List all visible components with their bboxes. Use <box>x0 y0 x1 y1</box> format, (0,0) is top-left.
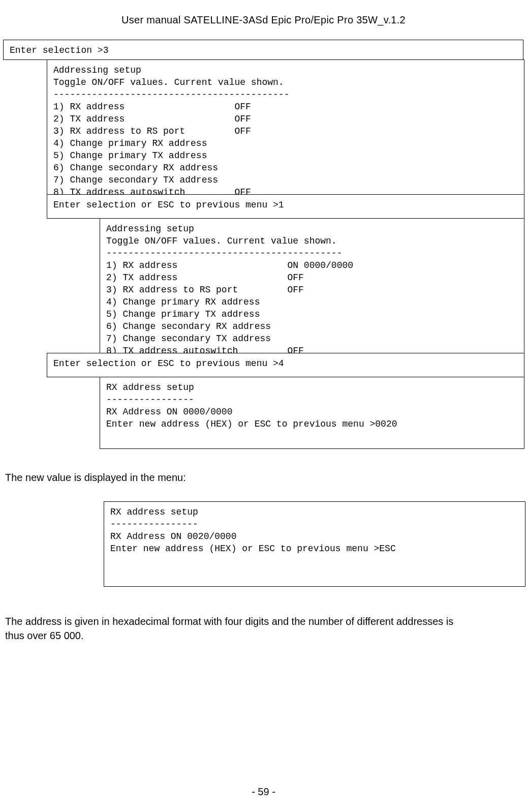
menu-line-1: RX Address ON 0020/0000 <box>110 530 519 543</box>
menu-line-2: 2) TX address OFF <box>53 113 518 125</box>
menu-title: Addressing setup <box>53 64 518 76</box>
menu-subtitle: Toggle ON/OFF values. Current value show… <box>106 235 518 247</box>
menu-line-2: Enter new address (HEX) or ESC to previo… <box>106 418 518 430</box>
menu-divider: ----------------------------------------… <box>53 88 518 101</box>
menu-line-2: 2) TX address OFF <box>106 272 518 284</box>
menu-divider: ---------------- <box>106 394 518 406</box>
menu-line-6: 6) Change secondary RX address <box>106 320 518 333</box>
menu-line-1: 1) RX address OFF <box>53 101 518 113</box>
menu-line-3: 3) RX address to RS port OFF <box>53 125 518 137</box>
menu-divider: ---------------- <box>110 518 519 530</box>
menu-line-1: 1) RX address ON 0000/0000 <box>106 259 518 272</box>
menu-box-rx-address-setup-2: RX address setup ---------------- RX Add… <box>104 501 525 587</box>
menu-line-2: Enter new address (HEX) or ESC to previo… <box>110 543 519 555</box>
menu-line-4: 4) Change primary RX address <box>53 137 518 149</box>
prompt-text: Enter selection or ESC to previous menu … <box>53 358 284 369</box>
menu-line-4: 4) Change primary RX address <box>106 296 518 308</box>
menu-title: RX address setup <box>110 506 519 518</box>
menu-line-5: 5) Change primary TX address <box>106 308 518 320</box>
menu-divider: ----------------------------------------… <box>106 247 518 259</box>
menu-line-7: 7) Change secondary TX address <box>106 333 518 345</box>
prompt-box-enter-selection-4: Enter selection or ESC to previous menu … <box>47 353 524 377</box>
menu-title: RX address setup <box>106 381 518 394</box>
page-header: User manual SATELLINE-3ASd Epic Pro/Epic… <box>0 14 527 26</box>
prompt-box-enter-selection-1: Enter selection or ESC to previous menu … <box>47 194 524 219</box>
narrative-text-2: The address is given in hexadecimal form… <box>5 614 462 643</box>
menu-box-addressing-setup-2: Addressing setup Toggle ON/OFF values. C… <box>100 218 524 353</box>
menu-line-5: 5) Change primary TX address <box>53 149 518 162</box>
menu-line-3: 3) RX address to RS port OFF <box>106 284 518 296</box>
menu-box-addressing-setup-1: Addressing setup Toggle ON/OFF values. C… <box>47 59 524 195</box>
menu-box-rx-address-setup-1: RX address setup ---------------- RX Add… <box>100 377 524 449</box>
narrative-text-1: The new value is displayed in the menu: <box>5 472 186 484</box>
page-footer: - 59 - <box>0 786 527 798</box>
menu-title: Addressing setup <box>106 223 518 235</box>
menu-line-1: RX Address ON 0000/0000 <box>106 406 518 418</box>
menu-line-7: 7) Change secondary TX address <box>53 174 518 186</box>
menu-subtitle: Toggle ON/OFF values. Current value show… <box>53 76 518 88</box>
prompt-box-enter-selection-3: Enter selection >3 <box>3 40 523 60</box>
prompt-text: Enter selection >3 <box>10 45 108 55</box>
menu-line-6: 6) Change secondary RX address <box>53 162 518 174</box>
prompt-text: Enter selection or ESC to previous menu … <box>53 200 284 210</box>
